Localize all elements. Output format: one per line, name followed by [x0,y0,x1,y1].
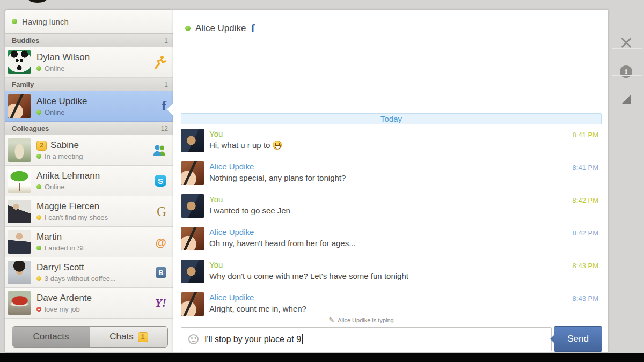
message-sender: You [209,129,223,138]
presence-dot-online [36,246,41,250]
message-time: 8:42 PM [573,229,598,237]
avatar [8,291,31,315]
skype-icon: S [155,175,166,187]
facebook-icon: f [251,23,255,34]
message-text: Why don't u come with me? Let's have som… [209,271,408,280]
contact-status: I can't find my shoes [45,213,108,221]
toolbar-divider [612,48,642,49]
group-label: Buddies [12,36,164,45]
header-divider [181,46,604,46]
message-input-value: I'll stop by your place at 9 [204,335,301,344]
contact-darryl-scott[interactable]: Darryl Scott 3 days without coffee... B [5,257,173,288]
message-time: 8:43 PM [573,294,598,302]
message-time: 8:41 PM [573,164,598,172]
sidebar-tabbar: Contacts Chats 1 [12,326,168,348]
avatar [8,50,31,74]
contact-name: Dave Ardente [36,293,173,304]
tab-chats-label: Chats [109,331,133,342]
group-label: Colleagues [12,124,161,132]
avatar [181,194,204,218]
chats-unread-badge: 1 [138,332,148,342]
contact-status: In a meeting [45,152,83,160]
message-text: Hi, what u r up to [209,141,270,150]
message-time: 8:42 PM [573,196,598,204]
contact-alice-updike[interactable]: Alice Updike Online f [5,91,173,122]
chat-panel: Alice Updike f Today You Hi, what u r up… [173,10,608,352]
toolbar-divider [612,75,642,76]
msn-icon [153,144,166,156]
my-status-row[interactable]: Having lunch [5,10,173,34]
contact-status: love my job [45,305,80,313]
presence-dot-online [185,26,191,31]
group-header-colleagues[interactable]: Colleagues 12 [5,122,173,135]
close-button[interactable] [608,27,644,57]
contact-anika-lehmann[interactable]: Anika Lehmann Online S [5,166,173,196]
message-sender: Alice Updike [209,293,254,302]
my-presence-dot [12,19,17,24]
message-text: I wanted to go see Jen [209,206,290,215]
contact-status: Online [45,183,65,191]
avatar [8,169,31,193]
vk-icon: B [156,267,166,278]
contact-dave-ardente[interactable]: Dave Ardente love my job Y! [5,288,173,319]
aim-icon [153,55,166,69]
message-text: Alright, count me in, when? [209,304,306,313]
presence-dot-online [36,154,41,159]
mailru-agent-icon: @ [156,237,166,248]
contact-maggie-fiercen[interactable]: Maggie Fiercen I can't find my shoes G [5,196,173,227]
toolbar-divider [612,104,642,104]
avatar [181,129,204,152]
device-camera-notch [28,0,47,3]
contact-status: Landed in SF [45,244,86,252]
resize-corner-icon [621,94,631,104]
typing-indicator: ✎ Alice Updike is typing [173,316,549,323]
date-divider: Today [181,113,602,124]
app-screen: Having lunch Buddies 1 Dylan Wilson Onli… [0,0,644,362]
send-button-label: Send [567,334,589,344]
message-sender: Alice Updike [209,227,254,237]
group-count: 12 [161,125,168,132]
contact-martin[interactable]: Martin Landed in SF @ [5,227,173,257]
group-header-buddies[interactable]: Buddies 1 [5,34,173,47]
gtalk-icon: G [157,205,166,218]
device-bottom-bar [0,353,644,362]
presence-dot-busy [36,307,41,312]
emoticon-smiley-icon[interactable] [188,334,199,344]
tab-contacts[interactable]: Contacts [12,327,90,347]
tab-chats[interactable]: Chats 1 [90,327,167,347]
send-button[interactable]: Send [554,326,602,352]
group-count: 1 [164,37,168,45]
group-count: 1 [164,81,168,88]
avatar [8,261,31,284]
selected-contact-pointer [167,102,174,116]
toolbar-divider [612,18,642,18]
message-row: Alice Updike Oh my, haven't heard from h… [181,227,608,258]
info-icon: i [620,65,632,78]
right-toolbar: i [608,10,644,353]
avatar [8,230,31,254]
message-text: Oh my, haven't heard from her for ages..… [209,239,356,248]
presence-dot-online [36,110,41,115]
group-header-family[interactable]: Family 1 [5,78,173,91]
message-row: You Why don't u come with me? Let's have… [181,260,608,291]
message-text: Nothing special, any plans for tonight? [209,173,346,182]
date-divider-label: Today [380,114,402,123]
grinning-emoji-icon [273,141,282,150]
avatar [8,94,31,118]
tab-contacts-label: Contacts [33,331,69,342]
contact-sabine[interactable]: 2Sabine In a meeting [5,135,173,166]
chat-header: Alice Updike f [185,23,255,34]
yahoo-icon: Y! [155,298,166,309]
presence-dot-away [36,215,41,220]
resize-button[interactable] [608,85,644,113]
contact-dylan-wilson[interactable]: Dylan Wilson Online [5,47,173,78]
message-input[interactable]: I'll stop by your place at 9 [181,327,552,351]
contact-name: Martin [36,232,173,242]
unread-badge: 2 [36,141,47,151]
message-sender: You [209,260,223,269]
avatar [8,200,31,223]
contact-name: Dylan Wilson [36,52,173,63]
message-time: 8:41 PM [573,131,598,139]
group-label: Family [12,80,164,88]
info-button[interactable]: i [608,58,644,85]
